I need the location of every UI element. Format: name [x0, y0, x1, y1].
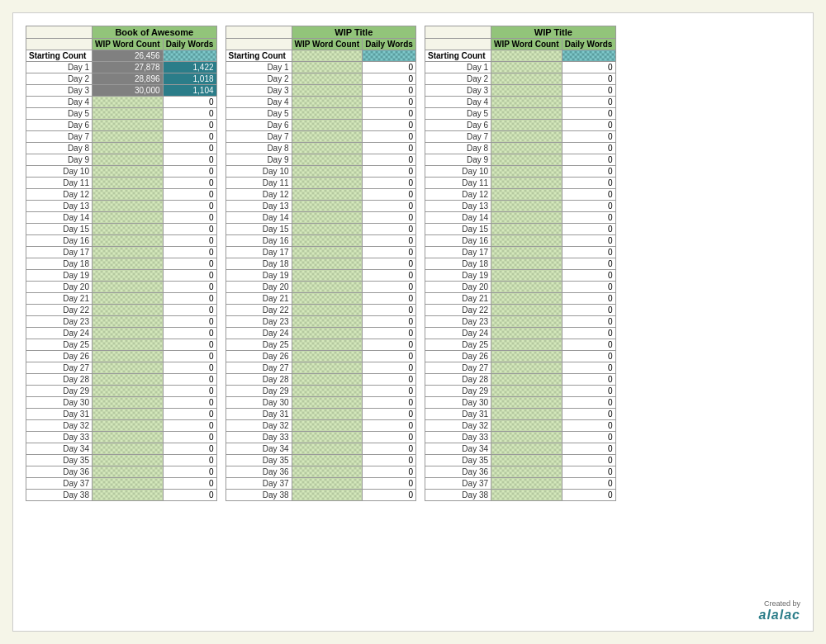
starting-count-daily-1[interactable] — [163, 50, 216, 62]
wip-cell[interactable] — [491, 362, 563, 374]
daily-cell[interactable]: 0 — [163, 224, 216, 235]
daily-cell[interactable]: 0 — [562, 97, 615, 108]
daily-cell[interactable]: 0 — [163, 490, 216, 501]
daily-cell[interactable]: 0 — [363, 374, 416, 386]
daily-cell[interactable]: 0 — [562, 339, 615, 351]
wip-cell[interactable] — [292, 305, 363, 316]
daily-cell[interactable]: 0 — [363, 466, 416, 478]
wip-cell[interactable] — [491, 386, 563, 397]
daily-cell[interactable]: 1,422 — [163, 62, 216, 73]
wip-cell[interactable] — [292, 374, 363, 386]
daily-cell[interactable]: 0 — [363, 386, 416, 397]
daily-cell[interactable]: 0 — [562, 455, 615, 466]
wip-cell[interactable] — [93, 224, 164, 235]
wip-cell[interactable] — [292, 420, 363, 432]
daily-cell[interactable]: 0 — [163, 270, 216, 282]
daily-cell[interactable]: 0 — [363, 490, 416, 501]
daily-cell[interactable]: 0 — [363, 178, 416, 189]
daily-cell[interactable]: 0 — [163, 374, 216, 386]
daily-cell[interactable]: 0 — [562, 108, 615, 120]
wip-cell[interactable] — [292, 201, 363, 212]
wip-cell[interactable] — [292, 490, 363, 501]
daily-cell[interactable]: 0 — [363, 201, 416, 212]
wip-cell[interactable] — [292, 258, 363, 270]
daily-cell[interactable]: 0 — [562, 178, 615, 189]
wip-cell[interactable] — [93, 490, 164, 501]
wip-cell[interactable] — [292, 108, 363, 120]
daily-cell[interactable]: 0 — [562, 258, 615, 270]
wip-cell[interactable] — [292, 166, 363, 178]
wip-cell[interactable] — [292, 316, 363, 328]
daily-cell[interactable]: 0 — [562, 293, 615, 305]
wip-cell[interactable] — [292, 293, 363, 305]
wip-cell[interactable] — [491, 224, 563, 235]
wip-cell[interactable] — [93, 282, 164, 293]
daily-cell[interactable]: 0 — [562, 478, 615, 490]
wip-cell[interactable] — [93, 189, 164, 201]
wip-cell[interactable] — [491, 443, 563, 455]
daily-cell[interactable]: 0 — [163, 432, 216, 443]
daily-cell[interactable]: 0 — [163, 316, 216, 328]
wip-cell[interactable] — [93, 386, 164, 397]
daily-cell[interactable]: 0 — [163, 339, 216, 351]
wip-cell[interactable] — [292, 247, 363, 258]
daily-cell[interactable]: 0 — [363, 120, 416, 131]
wip-cell[interactable] — [292, 466, 363, 478]
daily-cell[interactable]: 0 — [163, 178, 216, 189]
wip-cell[interactable] — [93, 258, 164, 270]
wip-cell[interactable] — [93, 351, 164, 362]
wip-cell[interactable] — [292, 362, 363, 374]
daily-cell[interactable]: 0 — [562, 201, 615, 212]
daily-cell[interactable]: 0 — [363, 409, 416, 420]
starting-count-daily-2[interactable] — [363, 50, 416, 62]
wip-cell[interactable] — [491, 316, 563, 328]
daily-cell[interactable]: 0 — [363, 224, 416, 235]
daily-cell[interactable]: 0 — [163, 143, 216, 154]
wip-cell[interactable] — [93, 420, 164, 432]
daily-cell[interactable]: 0 — [562, 362, 615, 374]
daily-cell[interactable]: 0 — [562, 143, 615, 154]
wip-cell[interactable] — [292, 212, 363, 224]
daily-cell[interactable]: 0 — [562, 443, 615, 455]
daily-cell[interactable]: 0 — [363, 397, 416, 409]
daily-cell[interactable]: 0 — [363, 270, 416, 282]
starting-count-daily-3[interactable] — [562, 50, 615, 62]
wip-cell[interactable] — [491, 97, 563, 108]
wip-cell[interactable] — [93, 143, 164, 154]
wip-cell[interactable] — [491, 120, 563, 131]
daily-cell[interactable]: 0 — [163, 108, 216, 120]
wip-cell[interactable] — [93, 108, 164, 120]
daily-cell[interactable]: 0 — [363, 455, 416, 466]
wip-cell[interactable] — [93, 316, 164, 328]
wip-cell[interactable] — [93, 362, 164, 374]
wip-cell[interactable] — [93, 409, 164, 420]
daily-cell[interactable]: 0 — [163, 97, 216, 108]
wip-cell[interactable] — [93, 131, 164, 143]
daily-cell[interactable]: 0 — [562, 386, 615, 397]
wip-cell[interactable] — [292, 351, 363, 362]
daily-cell[interactable]: 0 — [363, 328, 416, 339]
daily-cell[interactable]: 0 — [363, 166, 416, 178]
daily-cell[interactable]: 0 — [163, 235, 216, 247]
wip-cell[interactable] — [292, 120, 363, 131]
daily-cell[interactable]: 0 — [363, 305, 416, 316]
daily-cell[interactable]: 0 — [562, 166, 615, 178]
daily-cell[interactable]: 0 — [562, 397, 615, 409]
wip-cell[interactable] — [491, 420, 563, 432]
wip-cell[interactable] — [93, 247, 164, 258]
wip-cell[interactable]: 28,896 — [93, 73, 164, 85]
daily-cell[interactable]: 0 — [363, 443, 416, 455]
wip-cell[interactable] — [93, 201, 164, 212]
wip-cell[interactable] — [491, 305, 563, 316]
wip-cell[interactable] — [93, 235, 164, 247]
daily-cell[interactable]: 0 — [163, 131, 216, 143]
daily-cell[interactable]: 0 — [163, 247, 216, 258]
wip-cell[interactable] — [491, 131, 563, 143]
daily-cell[interactable]: 0 — [363, 316, 416, 328]
daily-cell[interactable]: 0 — [363, 420, 416, 432]
daily-cell[interactable]: 0 — [363, 258, 416, 270]
starting-count-wip-3[interactable] — [491, 50, 563, 62]
daily-cell[interactable]: 1,018 — [163, 73, 216, 85]
daily-cell[interactable]: 0 — [363, 131, 416, 143]
wip-cell[interactable] — [93, 478, 164, 490]
